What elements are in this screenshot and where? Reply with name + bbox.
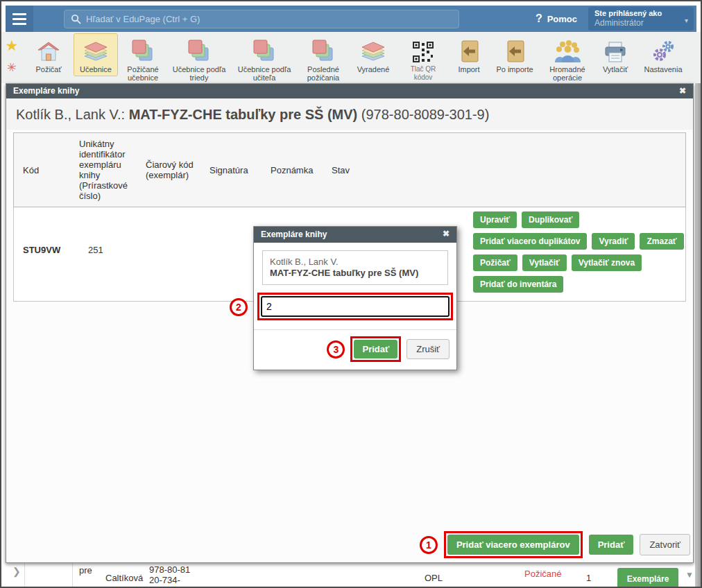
toolbar-item-pozicat[interactable]: Požičať bbox=[26, 33, 71, 76]
annotation-step-3: 3 bbox=[327, 340, 345, 358]
question-mark-icon: ? bbox=[536, 12, 542, 25]
textbooks-layers-icon bbox=[82, 36, 110, 62]
printer-icon bbox=[603, 36, 627, 62]
add-copies-dialog: Exempláre knihy ✖ Kotlík B., Lank V. MAT… bbox=[253, 226, 457, 370]
dialog-body: Kotlík B., Lank V. MAT-FYZ-CHE tabuľky p… bbox=[254, 243, 456, 320]
toolbar-item-po-importe[interactable]: Po importe bbox=[490, 33, 540, 76]
toolbar-item-label: Po importe bbox=[496, 65, 533, 74]
top-navigation-bar: ? Pomoc Ste prihlásený ako Administrátor… bbox=[6, 6, 696, 32]
hamburger-menu-button[interactable] bbox=[6, 6, 33, 32]
row-copy-count: 1 bbox=[586, 573, 591, 583]
toolbar-item-nastavenia[interactable]: Nastavenia bbox=[638, 33, 688, 76]
pridat-viacero-duplikatov-button[interactable]: Pridať viacero duplikátov bbox=[473, 233, 587, 250]
book-isbn: (978-80-8089-301-9) bbox=[357, 107, 489, 122]
row-expand-chevron-icon[interactable]: ❯ bbox=[12, 566, 21, 577]
column-header-signatura: Signatúra bbox=[209, 165, 271, 175]
zatvorit-button[interactable]: Zatvoriť bbox=[640, 534, 690, 555]
annotation-highlight-box: Pridať bbox=[350, 336, 401, 362]
exemplare-button[interactable]: Exempláre bbox=[617, 568, 678, 587]
copies-count-input[interactable] bbox=[261, 296, 450, 317]
toolbar-favorites-column: ★ ✳ bbox=[1, 32, 22, 83]
pozicat-button[interactable]: Požičať bbox=[473, 254, 517, 271]
column-header-ciarovy-kod: Čiarový kód (exemplár) bbox=[146, 159, 209, 180]
close-icon[interactable]: ✖ bbox=[443, 229, 450, 239]
modal-footer: 1 Pridať viacero exemplárov Pridať Zatvo… bbox=[420, 531, 690, 558]
row-cell-isbn: 978-80-8120-734- bbox=[149, 564, 195, 585]
house-icon bbox=[37, 36, 60, 62]
book-title: MAT-FYZ-CHE tabuľky pre SŠ (MV) bbox=[129, 107, 358, 122]
toolbar-item-label: Nastavenia bbox=[644, 65, 682, 74]
toolbar-item-label: Vyradené bbox=[357, 65, 390, 74]
annotation-step-2: 2 bbox=[230, 298, 248, 316]
row-cell-category: OPL bbox=[425, 573, 443, 583]
vertical-scrollbar[interactable] bbox=[695, 83, 701, 587]
book-info-box: Kotlík B., Lank V. MAT-FYZ-CHE tabuľky p… bbox=[262, 250, 448, 285]
column-header-identifikator: Unikátny identifikátor exempláru knihy (… bbox=[79, 139, 146, 201]
logged-in-user-dropdown[interactable]: Ste prihlásený ako Administrátor ▾ bbox=[588, 7, 694, 31]
zmazat-button[interactable]: Zmazať bbox=[640, 233, 683, 250]
dialog-title: Exempláre knihy bbox=[261, 230, 327, 239]
row-cell-title: pre bbox=[79, 565, 92, 576]
toolbar-item-pozicane-ucebnice[interactable]: Požičané učebnice bbox=[121, 33, 165, 85]
favorite-star-icon[interactable]: ★ bbox=[1, 37, 22, 54]
pridat-button[interactable]: Pridať bbox=[589, 535, 634, 555]
search-input[interactable] bbox=[86, 14, 452, 24]
annotation-step-1: 1 bbox=[420, 536, 438, 554]
toolbar-items: Požičať Učebnice Požičané učebnice Učebn… bbox=[26, 33, 698, 85]
dialog-title-bar: Exempláre knihy ✖ bbox=[254, 227, 456, 243]
column-header-poznamka: Poznámka bbox=[271, 165, 332, 175]
dialog-book-title: MAT-FYZ-CHE tabuľky pre SŠ (MV) bbox=[270, 268, 440, 278]
upravit-button[interactable]: Upraviť bbox=[473, 211, 517, 228]
toolbar-item-label: Učebnice podľa učiteľa bbox=[235, 65, 293, 82]
toolbar-item-ucebnice-podla-ucitela[interactable]: Učebnice podľa učiteľa bbox=[233, 33, 296, 85]
toolbar-item-vyradene[interactable]: Vyradené bbox=[351, 33, 395, 76]
stacked-books-icon bbox=[131, 36, 155, 62]
toolbar-item-label: Požičať bbox=[35, 65, 61, 74]
dialog-zrusit-button[interactable]: Zrušiť bbox=[406, 339, 450, 359]
modal-title: Exempláre knihy bbox=[13, 86, 79, 96]
vytlacit-button[interactable]: Vytlačiť bbox=[522, 254, 567, 271]
column-header-kod: Kód bbox=[14, 165, 79, 175]
help-button[interactable]: ? Pomoc bbox=[536, 12, 577, 25]
copy-identifier: 251 bbox=[88, 245, 103, 255]
column-header-stav: Stav bbox=[332, 165, 373, 175]
modal-title-bar: Exempláre knihy ✖ bbox=[6, 84, 693, 98]
pridat-do-inventara-button[interactable]: Pridať do inventára bbox=[473, 276, 563, 293]
book-heading: Kotlík B., Lank V.: MAT-FYZ-CHE tabuľky … bbox=[6, 98, 693, 130]
toolbar-item-posledne-pozicania[interactable]: Posledné požičania bbox=[298, 33, 348, 85]
import-icon bbox=[504, 36, 525, 62]
chevron-down-icon: ▾ bbox=[685, 17, 688, 24]
vyradit-button[interactable]: Vyradiť bbox=[592, 233, 635, 250]
toolbar-item-label: Posledné požičania bbox=[300, 65, 346, 82]
toolbar-item-ucebnice[interactable]: Učebnice bbox=[74, 33, 118, 76]
magic-wand-icon[interactable]: ✳ bbox=[0, 58, 24, 78]
toolbar-item-hromadne-operacie[interactable]: Hromadné operácie bbox=[542, 33, 592, 85]
annotation-highlight-box bbox=[257, 293, 453, 320]
toolbar-item-ucebnice-podla-triedy[interactable]: Učebnice podľa triedy bbox=[168, 33, 230, 85]
toolbar-item-tlac-qr-kodov[interactable]: Tlač QR kódov bbox=[398, 33, 448, 85]
global-search[interactable] bbox=[64, 10, 459, 28]
vytlacit-znova-button[interactable]: Vytlačiť znova bbox=[572, 254, 642, 271]
toolbar-item-vytlacit[interactable]: Vytlačiť bbox=[595, 33, 635, 76]
pridat-viacero-exemplarov-button[interactable]: Pridať viacero exemplárov bbox=[447, 535, 579, 555]
dialog-pridat-button[interactable]: Pridať bbox=[354, 340, 397, 358]
user-role-value: Administrátor bbox=[594, 18, 687, 28]
toolbar-item-label: Hromadné operácie bbox=[545, 65, 590, 82]
help-label: Pomoc bbox=[547, 14, 577, 24]
gears-icon bbox=[651, 36, 675, 62]
qr-code-icon bbox=[413, 36, 434, 62]
stacked-books-icon bbox=[187, 36, 211, 62]
toolbar-item-label: Učebnice bbox=[80, 65, 112, 74]
stacked-books-icon bbox=[311, 36, 335, 62]
close-icon[interactable]: ✖ bbox=[679, 86, 686, 96]
copy-code: STU9VW bbox=[23, 245, 60, 255]
toolbar-item-label: Tlač QR kódov bbox=[400, 65, 446, 82]
toolbar-item-import[interactable]: Import bbox=[451, 33, 487, 76]
people-icon bbox=[554, 36, 581, 62]
scroll-down-arrow-icon[interactable]: ▼ bbox=[685, 570, 694, 580]
textbooks-layers-icon bbox=[359, 36, 387, 62]
duplikovat-button[interactable]: Duplikovať bbox=[522, 211, 579, 228]
logged-in-as-label: Ste prihlásený ako bbox=[594, 9, 687, 17]
book-authors: Kotlík B., Lank V.: bbox=[16, 107, 129, 122]
copies-table-header: Kód Unikátny identifikátor exempláru kni… bbox=[13, 132, 686, 207]
